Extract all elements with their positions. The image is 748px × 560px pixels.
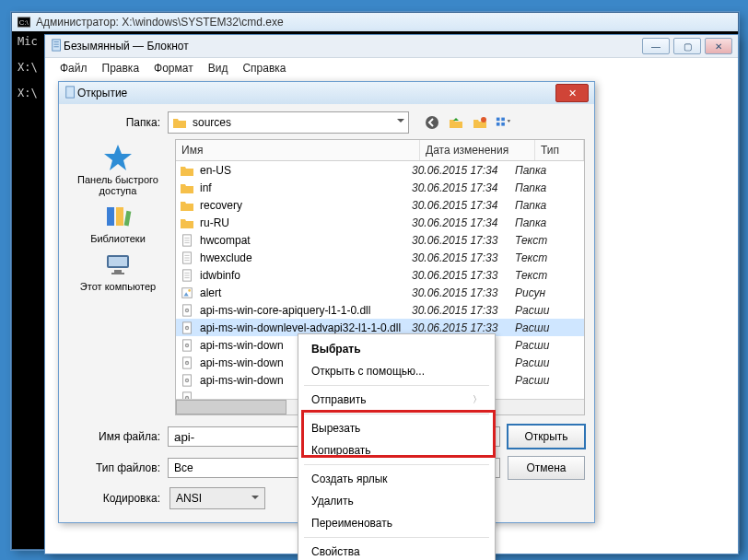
svg-rect-2 (53, 39, 61, 50)
list-item[interactable]: api-ms-win-core-apiquery-l1-1-0.dll30.06… (176, 301, 584, 319)
list-item[interactable]: ru-RU30.06.2015 17:34Папка (176, 214, 584, 231)
svg-rect-9 (497, 118, 500, 122)
context-item[interactable]: Переименовать (298, 512, 495, 534)
nav-view-icon[interactable] (496, 114, 512, 131)
dll-icon (180, 391, 194, 400)
col-name[interactable]: Имя (176, 140, 420, 160)
img-icon (180, 286, 194, 299)
file-icon (180, 234, 194, 247)
cmd-title-text: Администратор: X:\windows\SYSTEM32\cmd.e… (36, 16, 284, 29)
folder-icon (180, 216, 194, 229)
context-item[interactable]: Открыть с помощью... (298, 360, 495, 382)
dll-icon (180, 356, 194, 369)
menu-file[interactable]: Файл (54, 60, 93, 76)
item-date: 30.06.2015 17:33 (412, 321, 515, 334)
folder-combo[interactable]: sources (168, 111, 409, 134)
svg-point-7 (426, 116, 438, 129)
item-name: idwbinfo (200, 269, 240, 282)
item-name: hwexclude (200, 251, 252, 264)
list-item[interactable]: hwexclude30.06.2015 17:33Текст (176, 249, 584, 266)
context-item[interactable]: Удалить (298, 490, 495, 512)
item-date: 30.06.2015 17:33 (412, 234, 515, 247)
cancel-button[interactable]: Отмена (508, 456, 585, 480)
nav-newfolder-icon[interactable] (472, 114, 488, 131)
dialog-titlebar[interactable]: Открытие ✕ (59, 82, 594, 104)
menu-format[interactable]: Формат (148, 60, 199, 76)
context-item[interactable]: Выбрать (298, 338, 495, 360)
cmd-titlebar[interactable]: C:\ Администратор: X:\windows\SYSTEM32\c… (12, 13, 738, 31)
svg-rect-11 (497, 122, 500, 126)
svg-rect-33 (182, 287, 193, 298)
scrollbar-thumb[interactable] (176, 400, 286, 414)
dll-icon (180, 304, 194, 317)
menu-help[interactable]: Справка (237, 60, 291, 76)
svg-point-38 (186, 309, 188, 311)
file-icon (180, 269, 194, 282)
open-button[interactable]: Открыть (508, 425, 585, 449)
col-date[interactable]: Дата изменения (420, 140, 535, 160)
list-item[interactable]: inf30.06.2015 17:34Папка (176, 179, 584, 196)
item-type: Расши (515, 374, 584, 387)
context-item[interactable]: Отправить〉 (298, 389, 495, 411)
folder-icon (180, 181, 194, 194)
minimize-button[interactable]: — (642, 38, 670, 54)
item-name: api-ms-win-down (200, 339, 284, 352)
item-date: 30.06.2015 17:34 (412, 199, 515, 212)
nav-up-icon[interactable] (448, 114, 464, 131)
folder-label: Папка: (68, 116, 160, 129)
item-name: api-ms-win-down (200, 356, 284, 369)
folder-value: sources (193, 116, 231, 129)
svg-marker-13 (104, 145, 132, 170)
list-item[interactable]: alert30.06.2015 17:33Рисун (176, 284, 584, 301)
item-name: recovery (200, 199, 242, 212)
menu-edit[interactable]: Правка (97, 60, 146, 76)
notepad-titlebar[interactable]: Безымянный — Блокнот — ▢ ✕ (45, 35, 738, 58)
context-item[interactable]: Копировать (298, 439, 495, 461)
dialog-icon (64, 86, 77, 101)
submenu-arrow-icon: 〉 (473, 393, 482, 406)
context-item[interactable]: Свойства (298, 541, 495, 560)
list-item[interactable]: idwbinfo30.06.2015 17:33Текст (176, 266, 584, 284)
menu-view[interactable]: Вид (203, 60, 234, 76)
item-type: Расши (515, 321, 584, 334)
svg-rect-20 (111, 273, 124, 274)
svg-rect-12 (501, 122, 505, 126)
maximize-button[interactable]: ▢ (673, 38, 701, 54)
place-quickaccess[interactable]: Панель быстрого доступа (68, 143, 168, 196)
encoding-select[interactable]: ANSI (169, 487, 265, 509)
places-bar: Панель быстрого доступа Библиотеки Этот … (68, 139, 168, 415)
item-type: Расши (515, 304, 584, 317)
item-date: 30.06.2015 17:34 (412, 216, 515, 229)
item-type: Текст (515, 234, 584, 247)
list-item[interactable]: hwcompat30.06.2015 17:33Текст (176, 231, 584, 249)
folder-icon (180, 164, 194, 177)
place-thispc[interactable]: Этот компьютер (80, 250, 156, 292)
svg-point-8 (481, 117, 486, 122)
dialog-close-button[interactable]: ✕ (555, 84, 589, 102)
item-name: api-ms-win-down (200, 374, 284, 387)
dll-icon (180, 321, 194, 334)
notepad-icon (51, 39, 64, 54)
item-type: Папка (515, 164, 584, 177)
item-name: api-ms-win-downlevel-advapi32-l1-1-0.dll (200, 321, 401, 334)
nav-back-icon[interactable] (424, 114, 440, 131)
svg-rect-18 (109, 257, 127, 266)
place-libraries[interactable]: Библиотеки (90, 202, 146, 244)
context-menu: ВыбратьОткрыть с помощью...Отправить〉Выр… (298, 333, 496, 560)
item-date: 30.06.2015 17:33 (412, 269, 515, 282)
folder-icon (172, 116, 187, 129)
item-type: Папка (515, 216, 584, 229)
folder-icon (180, 199, 194, 212)
file-icon (180, 251, 194, 264)
list-item[interactable]: en-US30.06.2015 17:34Папка (176, 161, 584, 179)
context-item[interactable]: Создать ярлык (298, 468, 495, 490)
column-headers[interactable]: Имя Дата изменения Тип (176, 140, 584, 161)
filename-label: Имя файла: (68, 430, 160, 443)
item-type: Папка (515, 181, 584, 194)
context-item[interactable]: Вырезать (298, 417, 495, 439)
close-button[interactable]: ✕ (705, 38, 732, 54)
col-type[interactable]: Тип (535, 140, 584, 160)
svg-text:C:\: C:\ (19, 18, 29, 27)
dll-icon (180, 374, 194, 387)
list-item[interactable]: recovery30.06.2015 17:34Папка (176, 196, 584, 214)
